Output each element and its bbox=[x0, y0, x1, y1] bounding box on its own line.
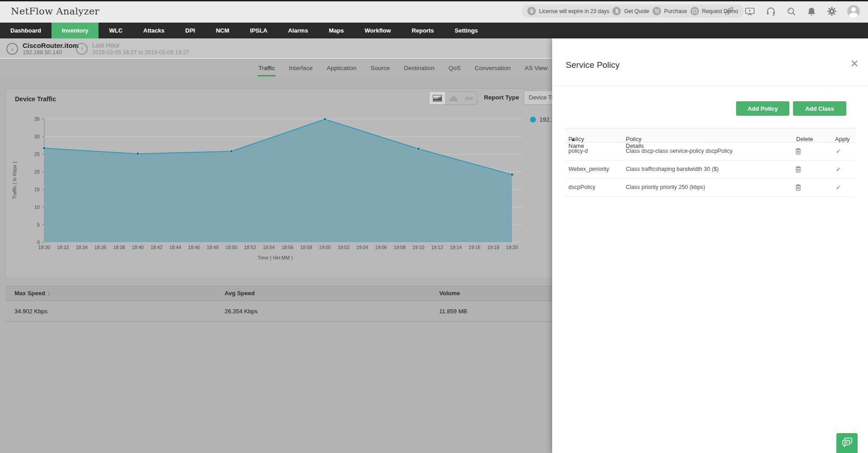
nav-item-inventory[interactable]: Inventory bbox=[52, 23, 99, 38]
service-policy-panel: Service Policy ✕ Add Policy Add Class Po… bbox=[552, 38, 868, 453]
svg-text:18:44: 18:44 bbox=[169, 245, 181, 250]
sort-icons: ▲▼ bbox=[47, 291, 51, 297]
policy-details: Class trafficshaping bandwidth 30 ($) bbox=[626, 166, 718, 172]
add-class-button[interactable]: Add Class bbox=[793, 101, 846, 116]
svg-text:19:00: 19:00 bbox=[319, 245, 331, 250]
policy-name: policy-d bbox=[568, 148, 588, 154]
svg-text:18:40: 18:40 bbox=[132, 245, 144, 250]
stats-header-avg-speed[interactable]: Avg Speed bbox=[225, 290, 255, 297]
chat-icon bbox=[841, 437, 853, 449]
nav-item-workflow[interactable]: Workflow bbox=[354, 23, 401, 38]
stats-header-volume[interactable]: Volume bbox=[439, 290, 460, 297]
line-chart-icon[interactable] bbox=[461, 92, 477, 104]
svg-text:10: 10 bbox=[34, 204, 40, 210]
cart-icon bbox=[652, 7, 661, 15]
dollar-icon: $ bbox=[612, 7, 621, 15]
svg-text:18:32: 18:32 bbox=[57, 245, 69, 250]
svg-text:19:12: 19:12 bbox=[431, 245, 443, 250]
nav-item-attacks[interactable]: Attacks bbox=[133, 23, 175, 38]
svg-text:20: 20 bbox=[34, 169, 40, 175]
svg-text:Time ( HH:MM ): Time ( HH:MM ) bbox=[258, 255, 293, 260]
check-icon[interactable]: ✓ bbox=[836, 166, 840, 173]
svg-text:18:58: 18:58 bbox=[300, 245, 312, 250]
trash-icon[interactable] bbox=[795, 184, 802, 192]
device-name: CiscoRouter.itom bbox=[23, 42, 79, 49]
check-icon[interactable]: ✓ bbox=[836, 184, 840, 191]
policy-table-header: Policy Name▲ Policy Details Delete Apply bbox=[566, 128, 855, 142]
nav-item-maps[interactable]: Maps bbox=[319, 23, 354, 38]
chat-button[interactable] bbox=[836, 433, 858, 453]
device-ip: 192.168.50.140 bbox=[23, 49, 79, 56]
svg-text:19:08: 19:08 bbox=[394, 245, 405, 250]
svg-text:Traffic ( in Kbps ): Traffic ( in Kbps ) bbox=[12, 161, 17, 199]
svg-text:18:52: 18:52 bbox=[244, 245, 256, 250]
policy-row-policy-d: policy-dClass dscp-class service-policy … bbox=[566, 142, 855, 160]
main-nav: DashboardInventoryWLCAttacksDPINCMIPSLAA… bbox=[0, 23, 868, 38]
panel-divider bbox=[552, 86, 868, 86]
license-text: License will expire in 23 days bbox=[539, 8, 609, 14]
svg-text:35: 35 bbox=[34, 116, 40, 122]
policy-name: Webex_periority bbox=[568, 166, 609, 172]
area-chart-icon[interactable] bbox=[429, 92, 445, 104]
back-icon[interactable]: ‹ bbox=[6, 43, 18, 55]
nav-item-ipsla[interactable]: IPSLA bbox=[239, 23, 277, 38]
search-icon[interactable] bbox=[786, 6, 797, 17]
tab-qos[interactable]: QoS bbox=[447, 61, 461, 76]
report-type-label: Report Type bbox=[484, 94, 519, 101]
trash-icon[interactable] bbox=[795, 166, 802, 174]
svg-text:15: 15 bbox=[34, 187, 40, 192]
svg-text:19:10: 19:10 bbox=[413, 245, 424, 250]
tab-application[interactable]: Application bbox=[326, 61, 357, 76]
traffic-area-chart: 0510152025303518:3018:3218:3418:3618:381… bbox=[7, 113, 549, 266]
time-range: 2019-02-05 18:27 to 2019-02-05 19:27 bbox=[92, 49, 189, 56]
nav-item-settings[interactable]: Settings bbox=[444, 23, 488, 38]
policy-row-dscpPolicy: dscpPolicyClass priority priority 250 (k… bbox=[566, 179, 855, 197]
svg-text:18:46: 18:46 bbox=[188, 245, 200, 250]
svg-text:18:50: 18:50 bbox=[225, 245, 237, 250]
stats-header-max-speed[interactable]: Max Speed▲▼ bbox=[14, 290, 51, 297]
tab-destination[interactable]: Destination bbox=[403, 61, 436, 76]
time-period-label: Last Hour bbox=[92, 42, 189, 49]
nav-item-ncm[interactable]: NCM bbox=[206, 23, 240, 38]
policy-table: Policy Name▲ Policy Details Delete Apply… bbox=[566, 128, 855, 197]
app-header: NetFlow Analyzer License will expire in … bbox=[0, 1, 868, 23]
header-icon-bar bbox=[723, 5, 860, 18]
policy-row-Webex_periority: Webex_periorityClass trafficshaping band… bbox=[566, 160, 855, 179]
stats-value-2: 11.859 MB bbox=[439, 308, 467, 315]
nav-item-dpi[interactable]: DPI bbox=[175, 23, 206, 38]
nav-item-alarms[interactable]: Alarms bbox=[278, 23, 319, 38]
tab-as-view[interactable]: AS View bbox=[524, 61, 549, 76]
sort-asc-icon: ▲ bbox=[570, 136, 576, 142]
time-period-selector[interactable]: Last Hour 2019-02-05 18:27 to 2019-02-05… bbox=[76, 42, 189, 56]
gear-icon[interactable] bbox=[826, 6, 837, 17]
tab-traffic[interactable]: Traffic bbox=[258, 61, 276, 76]
headset-icon[interactable] bbox=[765, 6, 776, 17]
close-icon[interactable]: ✕ bbox=[850, 58, 859, 69]
nav-item-reports[interactable]: Reports bbox=[401, 23, 444, 38]
bell-icon[interactable] bbox=[807, 6, 816, 17]
svg-text:18:42: 18:42 bbox=[150, 245, 162, 250]
check-icon[interactable]: ✓ bbox=[836, 148, 840, 155]
nav-item-dashboard[interactable]: Dashboard bbox=[0, 23, 52, 38]
svg-text:18:54: 18:54 bbox=[263, 245, 275, 250]
svg-text:19:20: 19:20 bbox=[506, 245, 518, 250]
user-avatar[interactable] bbox=[847, 5, 860, 18]
bar-chart-icon[interactable] bbox=[445, 92, 461, 104]
svg-text:18:38: 18:38 bbox=[113, 245, 125, 250]
trash-icon[interactable] bbox=[795, 148, 802, 156]
get-quote-link[interactable]: Get Quote bbox=[624, 8, 649, 14]
tab-source[interactable]: Source bbox=[370, 61, 391, 76]
svg-text:18:48: 18:48 bbox=[206, 245, 218, 250]
presentation-icon[interactable] bbox=[744, 6, 755, 17]
tab-interface[interactable]: Interface bbox=[288, 61, 314, 76]
svg-text:25: 25 bbox=[34, 151, 40, 157]
purchase-link[interactable]: Purchase bbox=[664, 8, 687, 14]
svg-text:5: 5 bbox=[37, 222, 40, 227]
svg-text:19:18: 19:18 bbox=[487, 245, 499, 250]
add-policy-button[interactable]: Add Policy bbox=[736, 101, 789, 116]
nav-item-wlc[interactable]: WLC bbox=[99, 23, 133, 38]
policy-details: Class dscp-class service-policy dscpPoli… bbox=[626, 148, 732, 154]
rocket-icon[interactable] bbox=[723, 6, 734, 17]
window-top-edge bbox=[0, 0, 868, 1]
tab-conversation[interactable]: Conversation bbox=[474, 61, 511, 76]
